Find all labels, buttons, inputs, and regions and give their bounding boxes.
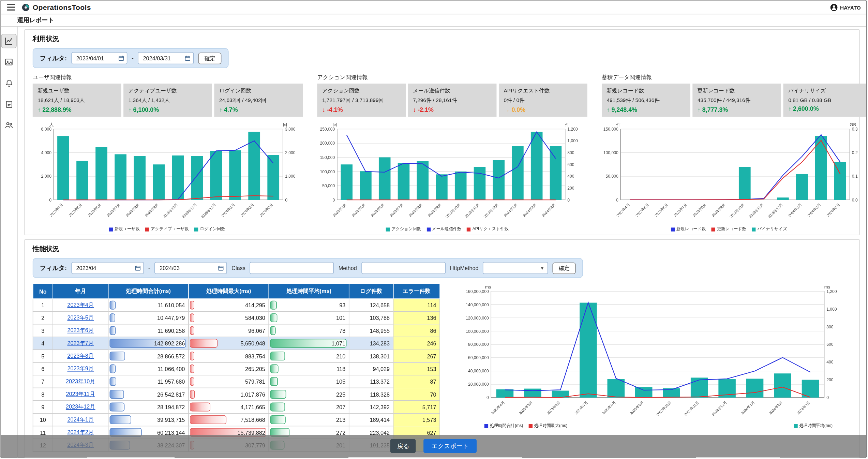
svg-text:800: 800 <box>826 325 834 329</box>
usage-section-title: 利用状況 <box>33 34 851 44</box>
class-input[interactable] <box>250 262 334 274</box>
perf-date-to-input[interactable] <box>159 264 216 271</box>
hamburger-menu-icon[interactable] <box>6 3 16 12</box>
max-time-cell: 4,171,665 <box>189 401 269 413</box>
sidebar-item-chart[interactable] <box>2 34 16 48</box>
usage-date-to-input[interactable] <box>142 55 183 62</box>
svg-text:人: 人 <box>49 122 54 127</box>
svg-text:2023年6月: 2023年6月 <box>370 203 385 218</box>
row-no: 4 <box>33 337 53 350</box>
month-link[interactable]: 2023年11月 <box>66 391 95 397</box>
perf-date-to[interactable] <box>155 262 227 274</box>
legend-swatch <box>426 227 430 231</box>
action-chart-legend: アクション回数メール送信件数APIリクエスト件数 <box>386 226 509 232</box>
calendar-icon <box>218 265 224 271</box>
perf-date-from[interactable] <box>71 262 144 274</box>
trend-up-icon: ↑ <box>219 106 222 113</box>
data-bar <box>270 377 278 386</box>
month-link[interactable]: 2023年6月 <box>67 327 94 334</box>
svg-text:2023年5月: 2023年5月 <box>351 203 366 218</box>
user-menu[interactable]: HAYATO <box>830 4 861 11</box>
perf-date-from-input[interactable] <box>75 264 133 271</box>
svg-text:0: 0 <box>49 198 51 203</box>
trend-up-icon: ↑ <box>698 106 701 113</box>
kpi-group-title: ユーザ関連情報 <box>33 74 303 82</box>
usage-date-from-input[interactable] <box>75 55 116 62</box>
sidebar-item-image[interactable] <box>2 55 16 69</box>
usage-date-to[interactable] <box>138 52 194 64</box>
kpi-card-delta: ↑ 2,600.0% <box>788 105 866 112</box>
svg-text:2024年3月: 2024年3月 <box>826 203 841 218</box>
sidebar-item-users[interactable] <box>2 118 16 132</box>
svg-text:2023年6月: 2023年6月 <box>87 203 102 218</box>
svg-text:2023年11月: 2023年11月 <box>684 400 700 416</box>
month-link[interactable]: 2024年2月 <box>67 429 94 435</box>
svg-text:2023年12月: 2023年12月 <box>711 400 728 416</box>
perf-legend-left: 処理時間合計(ms)処理時間最大(ms) <box>484 423 568 429</box>
month-link[interactable]: 2023年9月 <box>67 366 94 372</box>
svg-text:2023年9月: 2023年9月 <box>144 203 159 218</box>
usage-date-from[interactable] <box>71 52 127 64</box>
kpi-card-value: 435,700件 / 449,316件 <box>698 97 776 104</box>
kpi-card: メール送信件数7,296件 / 28,161件↓ -2.1% <box>408 84 497 117</box>
page-title: 運用レポート <box>17 16 54 24</box>
sidebar-item-list[interactable] <box>2 98 16 111</box>
back-button[interactable]: 戻る <box>390 439 416 453</box>
avg-time-cell: 93 <box>269 299 349 311</box>
data-bar <box>270 390 286 399</box>
perf-chart: 020,000,00040,000,00060,000,00080,000,00… <box>451 283 851 425</box>
svg-text:2024年1月: 2024年1月 <box>503 203 518 218</box>
svg-text:40,000,000: 40,000,000 <box>468 369 489 373</box>
svg-text:2023年5月: 2023年5月 <box>634 203 649 218</box>
method-input[interactable] <box>361 262 446 274</box>
method-label: Method <box>339 265 357 271</box>
perf-table-row: 82023年11月26,542,8171,017,876225118,32870 <box>33 388 440 400</box>
log-count-cell: 124,658 <box>349 299 393 311</box>
svg-text:2023年7月: 2023年7月 <box>673 203 688 218</box>
svg-text:1,200: 1,200 <box>826 289 837 294</box>
row-month: 2023年9月 <box>53 362 108 375</box>
kpi-card-value: 0.81 GB / 0.88 GB <box>788 97 866 103</box>
svg-text:0: 0 <box>487 395 489 400</box>
httpmethod-select[interactable]: ▼ <box>483 262 549 274</box>
month-link[interactable]: 2023年10月 <box>66 378 95 384</box>
month-link[interactable]: 2023年12月 <box>66 404 95 410</box>
avg-time-cell: 105 <box>269 375 349 388</box>
log-count-cell: 148,955 <box>349 324 393 337</box>
svg-text:2024年2月: 2024年2月 <box>807 203 822 218</box>
perf-table-row: 52023年8月28,866,572883,754210138,301267 <box>33 350 440 362</box>
month-link[interactable]: 2023年5月 <box>67 314 94 321</box>
row-no: 10 <box>33 413 53 426</box>
svg-text:2023年5月: 2023年5月 <box>518 400 533 415</box>
perf-submit-button[interactable]: 確定 <box>553 262 576 274</box>
month-link[interactable]: 2023年8月 <box>67 353 94 359</box>
perf-table-header: エラー件数 <box>393 284 440 299</box>
total-time-cell: 39,913,715 <box>108 413 188 426</box>
app-name: OperationsTools <box>33 3 91 11</box>
svg-text:2023年4月: 2023年4月 <box>332 203 347 218</box>
month-link[interactable]: 2023年7月 <box>67 340 94 346</box>
avatar-icon <box>830 4 837 11</box>
bottom-action-bar: 戻る エクスポート <box>1 435 866 458</box>
kpi-card-delta: ↑ 4.7% <box>219 106 298 113</box>
httpmethod-label: HttpMethod <box>450 265 479 271</box>
max-time-cell: 7,518,668 <box>189 413 269 426</box>
perf-chart-block: 020,000,00040,000,00060,000,00080,000,00… <box>451 283 851 452</box>
legend-item: バイナリサイズ <box>752 226 787 232</box>
avg-time-cell: 78 <box>269 324 349 337</box>
export-button[interactable]: エクスポート <box>424 439 477 453</box>
usage-submit-button[interactable]: 確定 <box>198 52 222 64</box>
month-link[interactable]: 2024年1月 <box>67 416 94 423</box>
legend-swatch <box>794 424 797 428</box>
bell-icon <box>5 79 13 87</box>
svg-text:回: 回 <box>333 122 337 127</box>
data-bar <box>270 352 285 360</box>
data-bar <box>109 313 115 322</box>
month-link[interactable]: 2023年4月 <box>67 302 94 308</box>
kpi-card-title: アクティブユーザ数 <box>129 88 207 95</box>
data-bar <box>190 301 194 310</box>
legend-swatch <box>529 424 533 428</box>
user-name: HAYATO <box>840 4 861 10</box>
svg-text:1,000: 1,000 <box>285 174 296 179</box>
sidebar-item-bell[interactable] <box>2 76 16 90</box>
